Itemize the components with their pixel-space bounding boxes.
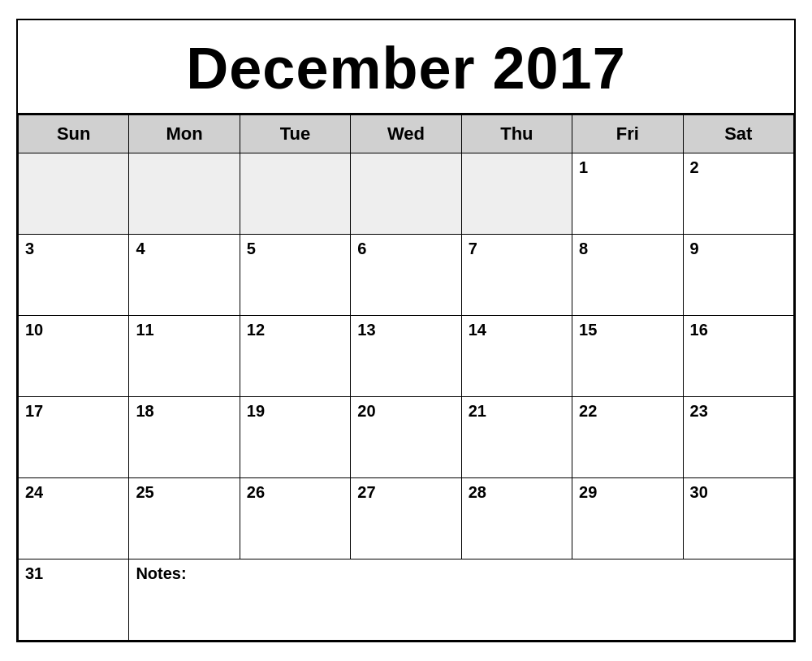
- day-cell: 27: [351, 478, 461, 559]
- day-number: 7: [469, 240, 565, 258]
- last-week-row: 31Notes:: [19, 559, 794, 641]
- calendar-header: December 2017: [18, 20, 794, 114]
- day-number: 1: [579, 158, 676, 177]
- col-sat: Sat: [683, 115, 793, 153]
- day-cell: 1: [572, 153, 683, 235]
- day-number: 8: [579, 240, 676, 258]
- day-number: 25: [136, 483, 232, 502]
- day-number: 11: [136, 321, 232, 339]
- day-cell: 30: [683, 478, 793, 559]
- col-sun: Sun: [19, 115, 129, 153]
- day-cell: 6: [351, 235, 461, 316]
- day-number-31: 31: [25, 564, 122, 583]
- day-cell: 11: [129, 316, 240, 397]
- week-row-2: 3456789: [19, 235, 794, 316]
- day-number: 27: [357, 483, 454, 502]
- day-cell: [19, 153, 129, 235]
- col-fri: Fri: [572, 115, 683, 153]
- col-thu: Thu: [461, 115, 572, 153]
- week-row-3: 10111213141516: [19, 316, 794, 397]
- day-cell: 17: [19, 397, 129, 478]
- day-number: 28: [469, 483, 565, 502]
- week-row-4: 17181920212223: [19, 397, 794, 478]
- day-number: 18: [136, 402, 232, 421]
- day-cell: 12: [240, 316, 350, 397]
- day-number: 13: [357, 321, 454, 339]
- day-number: 20: [357, 402, 454, 421]
- day-cell: 23: [683, 397, 793, 478]
- week-row-5: 24252627282930: [19, 478, 794, 559]
- day-number: 3: [25, 240, 122, 258]
- week-row-1: 12: [19, 153, 794, 235]
- day-cell: 3: [19, 235, 129, 316]
- day-number: 10: [25, 321, 122, 339]
- day-cell: 9: [683, 235, 793, 316]
- day-cell: 20: [351, 397, 461, 478]
- day-number: 19: [247, 402, 343, 421]
- day-number: 4: [136, 240, 232, 258]
- day-cell: [351, 153, 461, 235]
- day-number: 24: [25, 483, 122, 502]
- day-cell: 18: [129, 397, 240, 478]
- col-mon: Mon: [129, 115, 240, 153]
- day-cell: [240, 153, 350, 235]
- day-cell: 15: [572, 316, 683, 397]
- day-cell: 25: [129, 478, 240, 559]
- day-number: 26: [247, 483, 343, 502]
- day-number: 30: [690, 483, 787, 502]
- day-number: 15: [579, 321, 676, 339]
- day-cell: [461, 153, 572, 235]
- notes-label: Notes:: [136, 564, 186, 582]
- day-cell: 26: [240, 478, 350, 559]
- days-of-week-row: Sun Mon Tue Wed Thu Fri Sat: [19, 115, 794, 153]
- day-number: 2: [690, 158, 787, 177]
- day-cell: 29: [572, 478, 683, 559]
- day-number: 12: [247, 321, 343, 339]
- calendar-title: December 2017: [18, 35, 794, 102]
- day-number: 6: [357, 240, 454, 258]
- day-number: 21: [469, 402, 565, 421]
- day-cell: 22: [572, 397, 683, 478]
- day-cell: 28: [461, 478, 572, 559]
- day-cell: 5: [240, 235, 350, 316]
- day-number: 17: [25, 402, 122, 421]
- day-cell: 10: [19, 316, 129, 397]
- day-number: 16: [690, 321, 787, 339]
- day-cell: 2: [683, 153, 793, 235]
- day-cell: 21: [461, 397, 572, 478]
- day-cell: 8: [572, 235, 683, 316]
- day-cell: 24: [19, 478, 129, 559]
- day-cell: 13: [351, 316, 461, 397]
- day-cell: 7: [461, 235, 572, 316]
- col-wed: Wed: [351, 115, 461, 153]
- day-number: 5: [247, 240, 343, 258]
- notes-cell: Notes:: [129, 559, 794, 641]
- day-number: 23: [690, 402, 787, 421]
- day-number: 9: [690, 240, 787, 258]
- day-number: 22: [579, 402, 676, 421]
- day-cell: 16: [683, 316, 793, 397]
- calendar-container: December 2017 Sun Mon Tue Wed Thu Fri Sa…: [16, 19, 796, 642]
- day-cell: 4: [129, 235, 240, 316]
- day-31-cell: 31: [19, 559, 129, 641]
- day-cell: 14: [461, 316, 572, 397]
- calendar-grid: Sun Mon Tue Wed Thu Fri Sat 123456789101…: [18, 114, 794, 641]
- day-cell: [129, 153, 240, 235]
- calendar-body: 1234567891011121314151617181920212223242…: [19, 153, 794, 641]
- day-number: 14: [469, 321, 565, 339]
- day-cell: 19: [240, 397, 350, 478]
- day-number: 29: [579, 483, 676, 502]
- col-tue: Tue: [240, 115, 350, 153]
